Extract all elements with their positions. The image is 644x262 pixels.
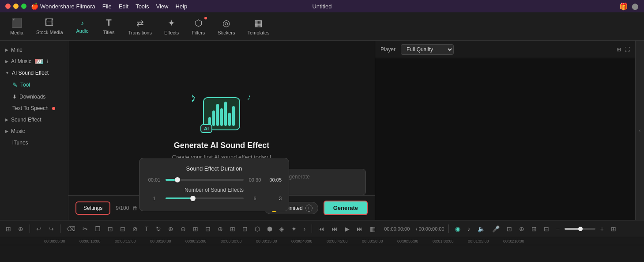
sidebar-item-ai-sound-effect[interactable]: ▼ AI Sound Effect [0, 67, 68, 79]
fullscreen-button[interactable] [21, 4, 26, 9]
tl-zoom-in-clip-btn[interactable]: ⊕ [166, 224, 176, 234]
tl-delete-btn[interactable]: ⌫ [64, 224, 78, 234]
tl-stabilize-btn[interactable]: ⬢ [265, 224, 275, 234]
tab-stickers[interactable]: ◎ Stickers [211, 15, 241, 38]
duration-slider-thumb[interactable] [175, 177, 180, 182]
tl-ripple-btn[interactable]: ⊟ [203, 224, 213, 234]
tl-split-btn[interactable]: ⊘ [130, 224, 140, 234]
tl-grid-view-btn[interactable]: ⊞ [609, 224, 618, 234]
tl-redo-btn[interactable]: ↪ [46, 224, 56, 234]
tl-zoom-out-btn[interactable]: − [554, 224, 562, 234]
tl-zoom-in-btn[interactable]: + [598, 224, 606, 234]
tl-link-btn[interactable]: ⊕ [215, 224, 225, 234]
tl-mic-btn[interactable]: 🎤 [490, 224, 502, 234]
gift-icon[interactable]: 🎁 [619, 2, 628, 11]
tl-step-back-btn[interactable]: ⏭ [329, 224, 340, 234]
tab-effects[interactable]: ✦ Effects [158, 15, 185, 38]
ai-sound-icon-container: ♪ ♪ AI [195, 91, 248, 136]
chevron-left-icon: ‹ [639, 128, 640, 133]
count-value: 3 [266, 196, 282, 201]
tl-paste-btn[interactable]: ⊡ [105, 224, 115, 234]
menu-tools[interactable]: Tools [136, 3, 149, 10]
tab-titles[interactable]: T Titles [96, 15, 122, 38]
tl-cut-btn[interactable]: ✂ [80, 224, 90, 234]
zoom-thumb[interactable] [578, 227, 583, 231]
tl-detect-btn[interactable]: ⊕ [517, 224, 527, 234]
menu-help[interactable]: Help [175, 3, 187, 10]
tl-group-btn[interactable]: ⊞ [228, 224, 237, 234]
tl-mute-btn[interactable]: 🔈 [475, 224, 487, 234]
tl-color-btn[interactable]: ◈ [277, 224, 286, 234]
tl-rotate-btn[interactable]: ↻ [154, 224, 163, 234]
time-8: 00:00:45:00 [327, 239, 362, 243]
ai-music-info-icon[interactable]: ℹ [47, 59, 49, 65]
tl-grid-btn[interactable]: ⊞ [4, 224, 13, 234]
sidebar-item-tool[interactable]: ✎ Tool [0, 79, 68, 91]
tl-screen-rec-btn[interactable]: ⊞ [529, 224, 539, 234]
tl-more-btn[interactable]: › [301, 224, 308, 234]
trash-icon[interactable]: 🗑 [132, 205, 138, 211]
filters-badge [204, 17, 207, 19]
music-note-left: ♪ [188, 90, 198, 105]
tl-voice-btn[interactable]: ◉ [453, 224, 463, 234]
menu-file[interactable]: File [102, 3, 112, 10]
sidebar-item-ai-music[interactable]: ▶ AI Music AI ℹ [0, 56, 68, 67]
minimize-button[interactable] [13, 4, 19, 9]
sidebar-item-sound-effect[interactable]: ▶ Sound Effect [0, 114, 68, 125]
sidebar-item-music[interactable]: ▶ Music [0, 125, 68, 137]
apple-icon: 🍎 [31, 3, 38, 10]
tab-media[interactable]: ⬛ Media [4, 15, 30, 38]
fullscreen-icon[interactable]: ⛶ [625, 46, 630, 53]
sidebar-item-itunes[interactable]: iTunes [0, 137, 68, 148]
settings-icon[interactable]: ⬤ [632, 3, 639, 10]
tl-zoom-out-clip-btn[interactable]: ⊖ [178, 224, 188, 234]
unlimited-info-icon[interactable]: i [305, 205, 313, 212]
chevron-down-icon: ▼ [5, 71, 9, 75]
main-layout: ▶ Mine ▶ AI Music AI ℹ ▼ AI Sound Effect… [0, 41, 644, 220]
chevron-right-icon: ▶ [5, 48, 8, 52]
window-title: Untitled [312, 3, 331, 10]
tl-fit-btn[interactable]: ⊞ [191, 224, 200, 234]
count-slider-thumb[interactable] [190, 196, 196, 201]
time-9: 00:00:50:00 [362, 239, 397, 243]
duration-slider-track[interactable] [166, 179, 244, 181]
tl-caption-btn[interactable]: ⊡ [505, 224, 514, 234]
tab-filters[interactable]: ⬡ Filters [185, 15, 211, 38]
sidebar-item-mine[interactable]: ▶ Mine [0, 44, 68, 56]
tab-audio[interactable]: ♪ Audio [69, 17, 96, 36]
zoom-slider[interactable] [565, 228, 595, 230]
settings-button[interactable]: Settings [75, 201, 110, 215]
menu-edit[interactable]: Edit [119, 3, 128, 10]
tab-stock-media[interactable]: 🎞 Stock Media [30, 15, 69, 38]
tl-effect-btn[interactable]: ⊟ [542, 224, 551, 234]
tl-magnet-btn[interactable]: ⊕ [16, 224, 26, 234]
menu-view[interactable]: View [156, 3, 168, 10]
sidebar-item-text-to-speech[interactable]: Text To Speech [0, 103, 68, 114]
tl-rewind-btn[interactable]: ⏮ [316, 224, 327, 234]
tl-ungroup-btn[interactable]: ⊡ [240, 224, 250, 234]
tab-templates[interactable]: ▦ Templates [241, 15, 275, 38]
tl-play-btn[interactable]: ▶ [343, 224, 352, 234]
tl-ai-btn[interactable]: ✦ [289, 224, 299, 234]
tl-pip-btn[interactable]: ⬡ [252, 224, 262, 234]
tl-undo-btn[interactable]: ↩ [34, 224, 44, 234]
count-slider-track[interactable] [166, 197, 244, 199]
time-1: 00:00:10:00 [79, 239, 115, 243]
char-count-display: 9/100 🗑 [116, 205, 137, 211]
sidebar-collapse-button[interactable]: ‹ [635, 41, 644, 220]
tl-crop-btn[interactable]: ⊟ [118, 224, 128, 234]
tab-transitions[interactable]: ⇄ Transitions [122, 15, 158, 38]
count-min-label: 1 [147, 196, 162, 201]
quality-select[interactable]: Full Quality Half Quality Quarter Qualit… [401, 44, 454, 55]
tl-step-forward-btn[interactable]: ⏭ [354, 224, 365, 234]
split-view-icon[interactable]: ⊞ [617, 46, 621, 53]
tl-text-btn[interactable]: T [143, 224, 151, 234]
time-12: 00:01:05:00 [468, 239, 503, 243]
tl-audio-btn[interactable]: ♪ [465, 224, 473, 234]
tl-frame-view-btn[interactable]: ▦ [368, 224, 378, 234]
tl-copy-btn[interactable]: ❐ [93, 224, 103, 234]
generate-button[interactable]: Generate [324, 201, 368, 215]
duration-value: 00:05 [266, 177, 282, 182]
sidebar-item-downloads[interactable]: ⬇ Downloads [0, 91, 68, 103]
close-button[interactable] [5, 4, 11, 9]
